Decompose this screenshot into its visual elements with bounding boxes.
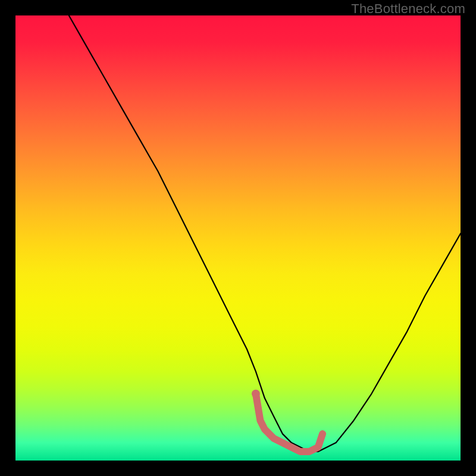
chart-svg — [15, 15, 461, 461]
plot-area — [15, 15, 461, 461]
highlight-segment — [256, 394, 322, 452]
bottleneck-curve — [69, 15, 461, 452]
watermark-text: TheBottleneck.com — [351, 1, 465, 17]
highlight-start-dot — [252, 390, 260, 398]
chart-frame: TheBottleneck.com — [0, 0, 476, 476]
